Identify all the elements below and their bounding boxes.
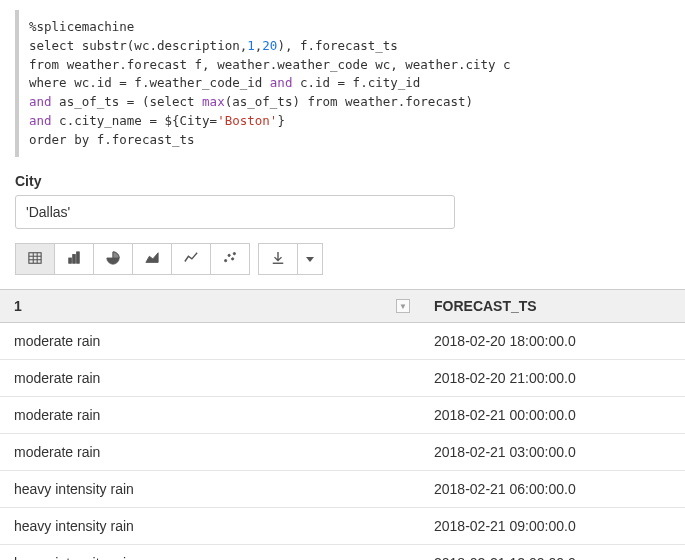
area-chart-icon	[145, 251, 159, 268]
table-icon	[28, 251, 42, 268]
bar-chart-button[interactable]	[54, 243, 94, 275]
cell-description: moderate rain	[0, 397, 420, 434]
cell-forecast-ts: 2018-02-21 12:00:00.0	[420, 545, 685, 560]
table-row: moderate rain2018-02-20 18:00:00.0	[0, 323, 685, 360]
chevron-down-icon	[306, 257, 314, 262]
table-row: moderate rain2018-02-20 21:00:00.0	[0, 360, 685, 397]
cell-forecast-ts: 2018-02-21 03:00:00.0	[420, 434, 685, 471]
download-icon	[271, 251, 285, 268]
column-header-forecast-ts[interactable]: FORECAST_TS	[420, 290, 685, 323]
download-button[interactable]	[258, 243, 298, 275]
area-chart-button[interactable]	[132, 243, 172, 275]
table-row: heavy intensity rain2018-02-21 06:00:00.…	[0, 471, 685, 508]
cell-description: moderate rain	[0, 323, 420, 360]
pie-chart-button[interactable]	[93, 243, 133, 275]
svg-point-10	[231, 257, 233, 259]
column-header-1[interactable]: 1 ▼	[0, 290, 420, 323]
sort-indicator-icon[interactable]: ▼	[396, 299, 410, 313]
cell-forecast-ts: 2018-02-21 09:00:00.0	[420, 508, 685, 545]
download-menu-button[interactable]	[297, 243, 323, 275]
scatter-chart-icon	[223, 251, 237, 268]
svg-rect-0	[29, 253, 41, 264]
scatter-chart-button[interactable]	[210, 243, 250, 275]
city-input[interactable]	[15, 195, 455, 229]
table-row: heavy intensity rain2018-02-21 09:00:00.…	[0, 508, 685, 545]
results-tbody: moderate rain2018-02-20 18:00:00.0modera…	[0, 323, 685, 560]
cell-description: moderate rain	[0, 360, 420, 397]
table-row: heavy intensity rain2018-02-21 12:00:00.…	[0, 545, 685, 560]
line-chart-button[interactable]	[171, 243, 211, 275]
cell-description: heavy intensity rain	[0, 545, 420, 560]
cell-description: moderate rain	[0, 434, 420, 471]
line-chart-icon	[184, 251, 198, 268]
cell-description: heavy intensity rain	[0, 508, 420, 545]
cell-forecast-ts: 2018-02-20 21:00:00.0	[420, 360, 685, 397]
svg-point-9	[228, 254, 230, 256]
svg-rect-6	[73, 254, 76, 263]
table-view-button[interactable]	[15, 243, 55, 275]
cell-description: heavy intensity rain	[0, 471, 420, 508]
city-label: City	[0, 173, 685, 195]
pie-chart-icon	[106, 251, 120, 268]
cell-forecast-ts: 2018-02-21 06:00:00.0	[420, 471, 685, 508]
results-table: 1 ▼ FORECAST_TS moderate rain2018-02-20 …	[0, 289, 685, 560]
bar-chart-icon	[67, 251, 81, 268]
result-toolbar	[0, 243, 685, 289]
svg-rect-5	[69, 258, 72, 263]
svg-point-11	[233, 252, 235, 254]
table-row: moderate rain2018-02-21 03:00:00.0	[0, 434, 685, 471]
table-row: moderate rain2018-02-21 00:00:00.0	[0, 397, 685, 434]
cell-forecast-ts: 2018-02-21 00:00:00.0	[420, 397, 685, 434]
cell-forecast-ts: 2018-02-20 18:00:00.0	[420, 323, 685, 360]
svg-rect-7	[77, 252, 80, 263]
svg-point-8	[224, 259, 226, 261]
sql-code-block: %splicemachine select substr(wc.descript…	[15, 10, 670, 157]
